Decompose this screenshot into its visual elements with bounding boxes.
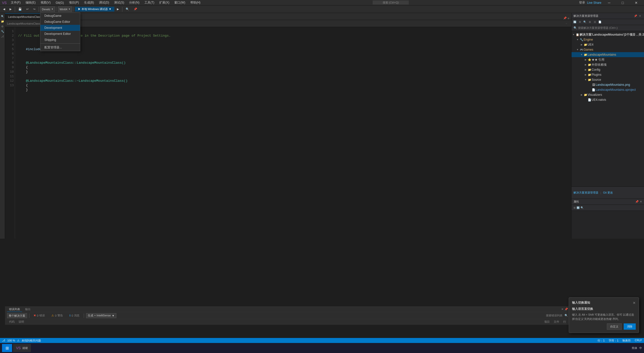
footer-sep: | [600, 191, 601, 194]
menu-edit[interactable]: 编辑(E) [24, 0, 38, 5]
git-changes-link[interactable]: Git 更改 [603, 191, 613, 195]
scope-selector[interactable]: 整个解决方案 [7, 313, 27, 318]
sidebar-icon-1[interactable]: 🔍 [0, 14, 5, 19]
code-scrollbar[interactable] [568, 27, 571, 239]
menu-development-editor[interactable]: Development Editor [40, 31, 80, 37]
run-btn[interactable]: ▶ 本地 Windows 调试器 ▼ [75, 7, 115, 12]
pin-panel-btn[interactable]: 📌 [633, 14, 637, 18]
search-error-btn[interactable]: 🔍 [565, 314, 568, 317]
ln-12: 12 [6, 79, 14, 83]
tree-engine[interactable]: ▼ 🔧 Engine [572, 37, 644, 42]
customize-btn[interactable]: 自定义 [607, 323, 622, 330]
tree-natvis[interactable]: 📄 UE4.natvis [572, 97, 644, 102]
output-tab[interactable]: 输出 [23, 307, 33, 312]
tree-config[interactable]: ▶ 📁 Config [572, 67, 644, 72]
start-btn[interactable]: ⊞ [2, 344, 12, 352]
search-placeholder: 搜索解决方案资源管理器 (Ctrl+;) [578, 26, 618, 30]
filter-btn[interactable]: 🔍 [583, 20, 587, 24]
menu-file[interactable]: 文件(F) [9, 0, 23, 5]
sol-explorer-link[interactable]: 解决方案资源管理器 [574, 191, 598, 195]
forward-btn[interactable]: ▶ [8, 7, 14, 12]
search-box[interactable]: 搜索 (Ctrl+Q) [373, 1, 409, 5]
expand-btn[interactable]: ⊞ [588, 20, 592, 24]
games-label: Games [584, 48, 593, 51]
menu-build[interactable]: 生成(B) [82, 0, 96, 5]
tree-solution[interactable]: ▼ 📋 解决方案'LandscapeMountains'(2个项目，共 2 [572, 32, 644, 37]
warnings-filter[interactable]: ⚠ 0 警告 [49, 313, 65, 318]
menu-window[interactable]: 窗口(W) [172, 0, 187, 5]
menu-view[interactable]: 视图(V) [39, 0, 53, 5]
props-btn2[interactable]: 🔤 [577, 206, 580, 209]
search-solution-explorer[interactable]: 🔍 搜索解决方案资源管理器 (Ctrl+;) [572, 25, 644, 31]
sidebar-icon-3[interactable]: ⚙ [0, 24, 5, 29]
undo-btn[interactable]: ↩ [24, 7, 31, 12]
props-close[interactable]: ✕ [640, 200, 642, 203]
code-editor[interactable]: 1 2 3 4 5 6 7 8 9 10 11 12 13 // Fill ou… [5, 27, 571, 239]
ln-7: 7 [6, 56, 14, 61]
menu-analyze[interactable]: 分析(N) [127, 0, 141, 5]
tree-visualizers[interactable]: ▶ 📁 Visualizers [572, 92, 644, 97]
zoom-label[interactable]: 100 % [7, 339, 15, 342]
close-error-btn[interactable]: ✕ [561, 308, 563, 311]
menu-test[interactable]: 测试(S) [112, 0, 126, 5]
config-dropdown[interactable]: Develc ▼ [40, 7, 55, 12]
props-btn1[interactable]: ⊞ [574, 206, 576, 209]
messages-filter[interactable]: ℹ 0 消息 [67, 313, 82, 318]
sidebar-icon-4[interactable]: 🔧 [0, 29, 5, 34]
menu-debuggame[interactable]: DebugGame [40, 13, 80, 19]
errors-filter[interactable]: ✖ 0 错误 [31, 313, 47, 318]
back-btn[interactable]: ◀ [1, 7, 7, 12]
attach-btn[interactable]: ▶ [115, 7, 121, 12]
tree-png[interactable]: 🖼 LandscapeMountains.png [572, 82, 644, 87]
tool1[interactable]: 🔍 [124, 7, 131, 12]
menu-help[interactable]: 帮助(H) [188, 0, 203, 5]
sidebar-icon-5[interactable]: ⎇ [0, 34, 5, 39]
show-files-btn[interactable]: 📄 [598, 20, 602, 24]
build-dropdown[interactable]: 生成 + IntelliSense ▼ [86, 313, 116, 318]
close-panel-btn[interactable]: ✕ [638, 14, 642, 18]
menu-debuggame-editor[interactable]: DebugGame Editor [40, 19, 80, 25]
menu-shipping[interactable]: Shipping [40, 37, 80, 43]
tree-plugins[interactable]: ▶ 📁 Plugins [572, 72, 644, 77]
minimize-btn[interactable]: ─ [603, 0, 615, 6]
menu-git[interactable]: Git(G) [54, 1, 66, 5]
pin-error-btn[interactable]: 📌 [565, 308, 568, 311]
notification-close-btn[interactable]: ✕ [633, 301, 636, 305]
platform-dropdown[interactable]: Win64 ▼ [58, 7, 72, 12]
properties-btn[interactable]: ⚙ [578, 20, 582, 24]
menu-development[interactable]: Development [40, 25, 80, 31]
tree-uproject[interactable]: 📄 LandscapeMountains.uproject [572, 87, 644, 92]
errors-tab[interactable]: 错误列表 [7, 307, 22, 312]
tree-games[interactable]: ▼ 🎮 Games [572, 47, 644, 52]
tree-refs[interactable]: ▶ ⭐ ★★ 引用 [572, 57, 644, 62]
code-toolbar: LandscapeMountainsClass.cpp › 全局视图 ▼ − [5, 20, 571, 27]
redo-btn[interactable]: ↪ [31, 7, 37, 12]
tree-landscape[interactable]: ▼ 📁 LandscapeMountains [572, 52, 644, 57]
menu-debug[interactable]: 调试(D) [97, 0, 111, 5]
menu-tools[interactable]: 工具(T) [142, 0, 156, 5]
tool2[interactable]: 📌 [132, 7, 139, 12]
collapse-btn[interactable]: − [566, 22, 567, 25]
menu-project[interactable]: 项目(P) [67, 0, 81, 5]
tree-external[interactable]: ▶ 📁 外部依赖项 [572, 62, 644, 67]
close-btn[interactable]: ✕ [630, 0, 642, 6]
props-pin[interactable]: 📌 [635, 200, 639, 203]
login-label[interactable]: 登录 [579, 1, 585, 5]
overflow-btn[interactable]: ≡ [568, 17, 569, 20]
taskbar-lang[interactable]: 中 [639, 346, 642, 350]
pin-btn[interactable]: 📌 [563, 17, 567, 20]
tree-ue4[interactable]: ▶ 📁 UE4 [572, 42, 644, 47]
sync-btn[interactable]: 🔄 [573, 20, 577, 24]
sidebar-icon-2[interactable]: 📁 [0, 19, 5, 24]
props-btn3[interactable]: 🔍 [581, 206, 584, 209]
menu-config-manager[interactable]: 配置管理器... [40, 44, 80, 51]
collapse-sol-btn[interactable]: ⊟ [593, 20, 597, 24]
live-share-label[interactable]: Live Share [587, 1, 601, 5]
code-content[interactable]: // Fill out your copyright notice in the… [15, 27, 568, 239]
dismiss-btn[interactable]: 消除 [624, 323, 636, 330]
taskbar-vs-item[interactable]: VS 就绪 [13, 344, 31, 352]
menu-extensions[interactable]: 扩展(X) [157, 0, 171, 5]
maximize-btn[interactable]: □ [617, 0, 628, 6]
tree-source[interactable]: ▼ 📁 Source [572, 77, 644, 82]
save-btn[interactable]: 💾 [16, 7, 24, 12]
